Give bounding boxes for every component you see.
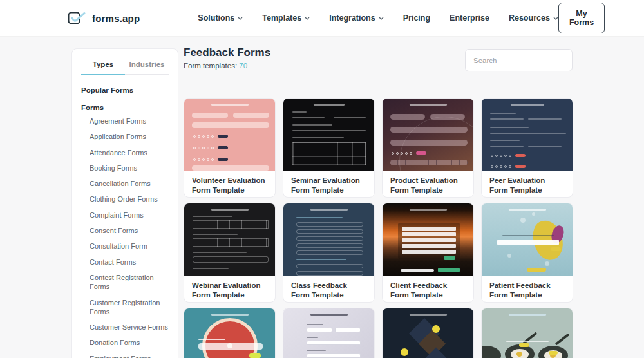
sidebar-category-item[interactable]: Customer Service Forms xyxy=(81,319,169,335)
template-thumbnail xyxy=(184,99,275,171)
sidebar-category-item[interactable]: Employment Forms xyxy=(81,351,169,358)
template-card-webinar-evaluation[interactable]: Webinar Evaluation Form Template xyxy=(184,203,276,303)
chevron-down-icon xyxy=(238,17,243,20)
forms-app-logo-icon xyxy=(68,10,87,26)
nav-item-templates[interactable]: Templates xyxy=(262,14,310,23)
template-card-title: Webinar Evaluation Form Template xyxy=(184,276,275,302)
forms-app-logo[interactable]: forms.app xyxy=(68,10,140,26)
template-card-product-evaluation[interactable]: Product Evaluation Form Template xyxy=(382,98,474,198)
template-thumbnail xyxy=(482,203,573,276)
template-thumbnail xyxy=(283,99,374,171)
template-card-title: Peer Evaluation Form Template xyxy=(482,171,573,197)
template-card-title: Patient Feedback Form Template xyxy=(482,276,573,302)
template-card-client-feedback[interactable]: Client Feedback Form Template xyxy=(382,203,474,303)
template-thumbnail xyxy=(383,308,473,358)
template-card-peer-evaluation[interactable]: Peer Evaluation Form Template xyxy=(481,98,573,198)
chevron-down-icon xyxy=(379,17,384,20)
template-card-patient-feedback[interactable]: Patient Feedback Form Template xyxy=(481,203,573,303)
sidebar-category-item[interactable]: Agreement Forms xyxy=(81,113,169,129)
template-thumbnail xyxy=(383,99,473,171)
sidebar-tabs: Types Industries xyxy=(81,58,169,75)
nav-item-pricing[interactable]: Pricing xyxy=(403,14,430,23)
template-grid: Volunteer Evaluation Form Template Semin… xyxy=(184,98,573,358)
template-thumbnail xyxy=(184,308,275,358)
template-card-row3-2[interactable] xyxy=(283,308,375,358)
top-navigation-bar: forms.app Solutions Templates Integratio… xyxy=(0,0,644,37)
template-thumbnail xyxy=(482,308,573,358)
tab-types[interactable]: Types xyxy=(81,58,125,75)
sidebar-category-item[interactable]: Application Forms xyxy=(81,129,169,144)
sidebar-category-item[interactable]: Contact Forms xyxy=(81,254,169,270)
template-card-title: Seminar Evaluation Form Template xyxy=(283,171,374,197)
template-thumbnail xyxy=(283,203,374,276)
sidebar-category-item[interactable]: Attendance Forms xyxy=(81,145,169,160)
forms-app-logo-text: forms.app xyxy=(92,13,140,24)
tab-industries[interactable]: Industries xyxy=(125,58,169,75)
template-thumbnail xyxy=(184,203,275,276)
chevron-down-icon xyxy=(305,17,310,20)
category-sidebar: Types Industries Popular Forms Forms Agr… xyxy=(71,48,178,358)
sidebar-section-popular-forms[interactable]: Popular Forms xyxy=(81,86,169,94)
sidebar-section-forms[interactable]: Forms xyxy=(81,104,169,111)
sidebar-category-item[interactable]: Contest Registration Forms xyxy=(81,270,169,295)
template-card-title: Client Feedback Form Template xyxy=(383,276,473,302)
template-card-seminar-evaluation[interactable]: Seminar Evaluation Form Template xyxy=(283,98,375,198)
template-card-title: Product Evaluation Form Template xyxy=(383,171,473,197)
template-card-title: Class Feedback Form Template xyxy=(283,276,374,302)
template-card-class-feedback[interactable]: Class Feedback Form Template xyxy=(283,203,375,303)
sidebar-category-item[interactable]: Booking Forms xyxy=(81,160,169,176)
nav-item-resources[interactable]: Resources xyxy=(509,14,558,23)
page-body: Types Industries Popular Forms Forms Agr… xyxy=(0,37,644,358)
template-card-row3-3[interactable] xyxy=(382,308,474,358)
templates-main-area: Feedback Forms Form templates: 70 xyxy=(184,46,573,358)
template-thumbnail xyxy=(283,308,374,358)
sidebar-category-list: Agreement FormsApplication FormsAttendan… xyxy=(81,113,169,358)
sidebar-category-item[interactable]: Clothing Order Forms xyxy=(81,191,169,207)
template-search-box xyxy=(465,49,573,71)
nav-item-enterprise[interactable]: Enterprise xyxy=(450,14,489,23)
template-card-title: Volunteer Evaluation Form Template xyxy=(184,171,275,197)
sidebar-category-item[interactable]: Consultation Form xyxy=(81,238,169,254)
template-thumbnail xyxy=(482,99,573,171)
nav-item-solutions[interactable]: Solutions xyxy=(198,14,243,23)
sidebar-category-item[interactable]: Donation Forms xyxy=(81,335,169,350)
main-nav: Solutions Templates Integrations Pricing… xyxy=(198,14,558,23)
nav-item-integrations[interactable]: Integrations xyxy=(329,14,384,23)
template-card-row3-1[interactable] xyxy=(184,308,276,358)
sidebar-category-item[interactable]: Complaint Forms xyxy=(81,207,169,223)
chevron-down-icon xyxy=(553,17,558,20)
template-thumbnail xyxy=(383,203,473,276)
template-card-volunteer-evaluation[interactable]: Volunteer Evaluation Form Template xyxy=(184,98,276,198)
search-input[interactable] xyxy=(473,57,573,64)
my-forms-button[interactable]: My Forms xyxy=(558,3,605,33)
template-count-value: 70 xyxy=(239,62,247,70)
sidebar-category-item[interactable]: Customer Registration Forms xyxy=(81,295,169,320)
sidebar-category-item[interactable]: Cancellation Forms xyxy=(81,176,169,191)
template-card-row3-4[interactable] xyxy=(481,308,573,358)
sidebar-category-item[interactable]: Consent Forms xyxy=(81,223,169,238)
